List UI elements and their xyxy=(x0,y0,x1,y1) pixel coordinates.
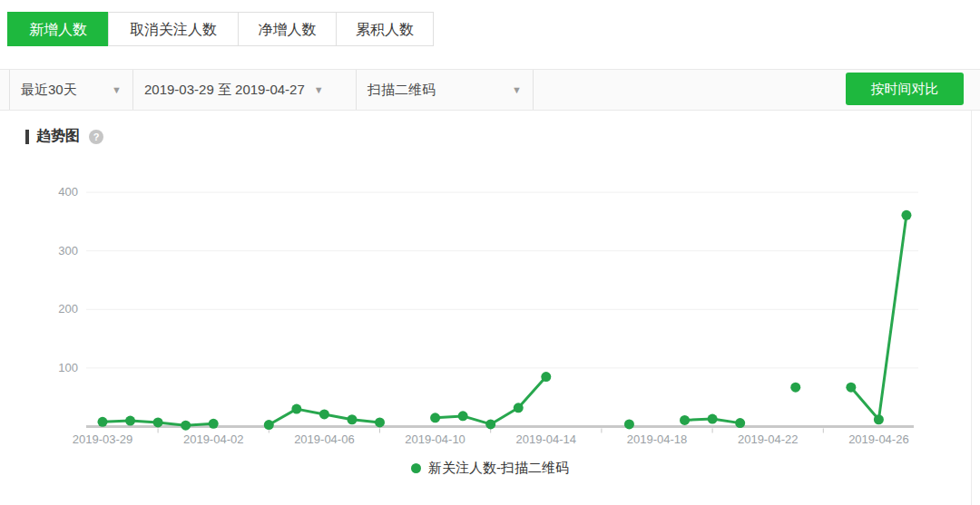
tab-cumulative[interactable]: 累积人数 xyxy=(336,12,434,46)
source-value: 扫描二维码 xyxy=(368,82,436,99)
legend-dot-icon xyxy=(411,463,421,473)
y-axis-label: 100 xyxy=(58,361,78,374)
trend-section-header: 趋势图 ? xyxy=(25,127,103,146)
data-point[interactable]: 2019-04-07: 12 xyxy=(347,414,357,424)
data-point[interactable]: 2019-04-04: 3 xyxy=(264,420,274,430)
legend-label: 新关注人数-扫描二维码 xyxy=(428,460,569,477)
data-point[interactable]: 2019-04-01: 2 xyxy=(181,421,191,431)
date-range-dropdown[interactable]: 2019-03-29 至 2019-04-27 ▼ xyxy=(132,70,356,110)
metric-tabs: 新增人数 取消关注人数 净增人数 累积人数 xyxy=(7,12,434,46)
analytics-page: 新增人数 取消关注人数 净增人数 累积人数 最近30天 ▼ 2019-03-29… xyxy=(0,0,980,505)
time-range-value: 最近30天 xyxy=(21,82,77,99)
y-axis-label: 400 xyxy=(58,185,78,199)
chevron-down-icon: ▼ xyxy=(112,84,122,95)
x-axis-label: 2019-04-14 xyxy=(516,432,577,446)
tab-new-followers[interactable]: 新增人数 xyxy=(7,12,109,46)
trend-line-segment xyxy=(436,377,546,424)
time-range-dropdown[interactable]: 最近30天 ▼ xyxy=(9,70,132,110)
tab-unfollowed[interactable]: 取消关注人数 xyxy=(108,12,239,46)
filter-bar: 最近30天 ▼ 2019-03-29 至 2019-04-27 ▼ 扫描二维码 … xyxy=(0,69,980,111)
data-point[interactable]: 2019-04-02: 5 xyxy=(209,419,219,429)
x-axis-label: 2019-03-29 xyxy=(73,432,133,446)
chevron-down-icon: ▼ xyxy=(314,84,324,95)
data-point[interactable]: 2019-04-12: 4 xyxy=(485,419,495,429)
data-point[interactable]: 2019-04-13: 32 xyxy=(514,403,524,413)
data-point[interactable]: 2019-03-29: 8 xyxy=(98,417,108,427)
tab-net-growth[interactable]: 净增人数 xyxy=(238,12,337,46)
y-axis-label: 200 xyxy=(58,302,78,316)
x-axis-label: 2019-04-06 xyxy=(294,432,355,446)
data-point[interactable]: 2019-04-05: 30 xyxy=(291,404,301,414)
x-axis-label: 2019-04-22 xyxy=(738,432,799,446)
x-axis-label: 2019-04-26 xyxy=(848,432,909,446)
chevron-down-icon: ▼ xyxy=(512,84,522,95)
data-point[interactable]: 2019-04-17: 4 xyxy=(624,419,634,429)
data-point[interactable]: 2019-04-11: 18 xyxy=(458,411,468,421)
x-axis-label: 2019-04-02 xyxy=(183,432,244,446)
y-axis-label: 300 xyxy=(58,244,78,257)
data-point[interactable]: 2019-03-31: 7 xyxy=(153,417,163,427)
data-point[interactable]: 2019-04-06: 21 xyxy=(319,409,329,419)
data-point[interactable]: 2019-04-14: 85 xyxy=(541,372,551,382)
source-dropdown[interactable]: 扫描二维码 ▼ xyxy=(356,70,534,110)
data-point[interactable]: 2019-04-08: 7 xyxy=(375,417,385,427)
x-axis-label: 2019-04-18 xyxy=(627,432,688,446)
data-point[interactable]: 2019-04-19: 11 xyxy=(680,415,690,425)
help-icon[interactable]: ? xyxy=(89,130,103,144)
title-accent-bar xyxy=(25,130,29,144)
data-point[interactable]: 2019-04-23: 67 xyxy=(790,383,800,393)
x-axis-label: 2019-04-10 xyxy=(405,432,466,446)
data-point[interactable]: 2019-04-10: 15 xyxy=(430,413,440,422)
compare-by-time-button[interactable]: 按时间对比 xyxy=(846,73,964,105)
data-point[interactable]: 2019-04-20: 13 xyxy=(708,414,718,424)
data-point[interactable]: 2019-04-27: 361 xyxy=(901,210,911,220)
section-title: 趋势图 xyxy=(36,127,80,146)
data-point[interactable]: 2019-04-25: 67 xyxy=(846,383,856,393)
chart-legend[interactable]: 新关注人数-扫描二维码 xyxy=(0,460,980,477)
data-point[interactable]: 2019-04-26: 12 xyxy=(874,414,884,424)
date-range-value: 2019-03-29 至 2019-04-27 xyxy=(144,82,305,99)
trend-line-segment xyxy=(851,215,906,419)
data-point[interactable]: 2019-04-21: 6 xyxy=(735,418,745,428)
data-point[interactable]: 2019-03-30: 10 xyxy=(125,416,135,426)
